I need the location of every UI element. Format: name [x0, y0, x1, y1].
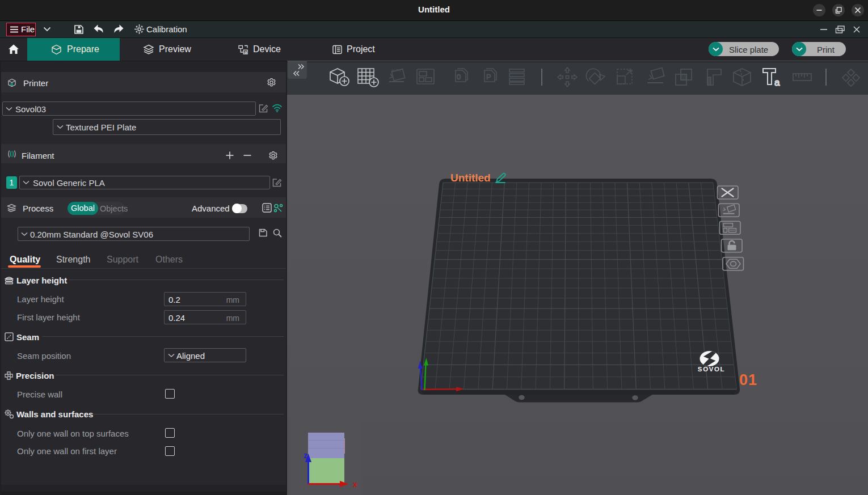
- svg-text:a: a: [774, 77, 780, 88]
- svg-text:0: 0: [457, 73, 461, 81]
- svg-text:AUTO: AUTO: [391, 69, 401, 72]
- svg-text:P: P: [486, 73, 491, 81]
